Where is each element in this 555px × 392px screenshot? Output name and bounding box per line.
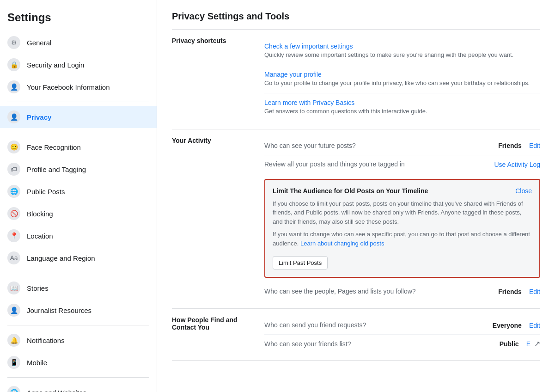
facebook-info-icon: 👤 (7, 80, 20, 93)
security-icon: 🔒 (7, 58, 20, 71)
friends-list-value: Public (500, 340, 519, 348)
highlight-body1: If you choose to limit your past posts, … (273, 199, 532, 227)
sidebar-item-apps[interactable]: 🌐Apps and Websites (0, 381, 157, 392)
sidebar-divider-9 (7, 273, 149, 273)
journalist-icon: 👤 (7, 304, 20, 317)
profile-tagging-icon: 🏷 (7, 163, 20, 176)
sidebar-item-general[interactable]: ⚙General (0, 31, 157, 54)
page-title: Privacy Settings and Tools (172, 11, 540, 22)
highlight-body2: If you want to change who can see a spec… (273, 230, 532, 248)
sidebar-item-notifications[interactable]: 🔔Notifications (0, 329, 157, 351)
sidebar-label-face-recognition: Face Recognition (27, 143, 81, 151)
sidebar-item-blocking[interactable]: 🚫Blocking (0, 202, 157, 225)
future-posts-edit[interactable]: Edit (529, 142, 540, 149)
sidebar-label-blocking: Blocking (27, 210, 53, 218)
limit-past-posts-button[interactable]: Limit Past Posts (273, 256, 328, 270)
sidebar-label-language: Language and Region (27, 254, 95, 262)
friend-requests-edit[interactable]: Edit (529, 322, 540, 329)
shortcut-title-2[interactable]: Learn more with Privacy Basics (264, 99, 540, 106)
shortcut-desc-0: Quickly review some important settings t… (264, 51, 540, 59)
sidebar-divider-11 (7, 325, 149, 325)
your-activity-content: Who can see your future posts? Friends E… (264, 137, 540, 301)
sidebar-item-face-recognition[interactable]: 😐Face Recognition (0, 136, 157, 158)
shortcut-item-2: Learn more with Privacy BasicsGet answer… (264, 93, 540, 121)
friend-requests-value: Everyone (493, 322, 522, 329)
sidebar-item-facebook-info[interactable]: 👤Your Facebook Information (0, 76, 157, 98)
apps-icon: 🌐 (7, 386, 20, 392)
mobile-icon: 📱 (7, 356, 20, 369)
shortcut-item-1: Manage your profileGo to your profile to… (264, 65, 540, 93)
sidebar-label-security: Security and Login (27, 61, 84, 69)
review-posts-text: Review all your posts and things you're … (264, 160, 494, 169)
your-activity-section: Your Activity Who can see your future po… (172, 129, 540, 309)
activity-log-link[interactable]: Use Activity Log (494, 161, 540, 168)
follow-edit[interactable]: Edit (529, 288, 540, 295)
limit-audience-box: Limit The Audience for Old Posts on Your… (264, 179, 540, 278)
future-posts-value: Friends (498, 142, 522, 149)
how-find-section: How People Find and Contact You Who can … (172, 309, 540, 361)
future-posts-row: Who can see your future posts? Friends E… (264, 137, 540, 156)
sidebar-item-language[interactable]: AaLanguage and Region (0, 247, 157, 269)
external-link-icon[interactable]: ↗ (534, 339, 540, 348)
sidebar-divider-2 (7, 102, 149, 102)
sidebar-title: Settings (0, 7, 157, 31)
sidebar: Settings ⚙General🔒Security and Login👤You… (0, 0, 157, 392)
sidebar-label-journalist: Journalist Resources (27, 306, 91, 314)
shortcut-item-0: Check a few important settingsQuickly re… (264, 37, 540, 65)
learn-link[interactable]: Learn about changing old posts (300, 240, 384, 247)
location-icon: 📍 (7, 229, 20, 242)
privacy-icon: 👤 (7, 110, 20, 123)
your-activity-label: Your Activity (172, 137, 264, 301)
highlight-body: If you choose to limit your past posts, … (273, 199, 532, 270)
shortcut-title-0[interactable]: Check a few important settings (264, 43, 540, 50)
face-recognition-icon: 😐 (7, 141, 20, 153)
sidebar-item-journalist[interactable]: 👤Journalist Resources (0, 299, 157, 321)
friends-list-row: Who can see your friends list? Public E … (264, 335, 540, 353)
public-posts-icon: 🌐 (7, 185, 20, 198)
follow-value: Friends (498, 288, 522, 295)
sidebar-label-stories: Stories (27, 284, 49, 292)
sidebar-divider-13 (7, 377, 149, 378)
sidebar-label-general: General (27, 39, 51, 47)
sidebar-item-stories[interactable]: 📖Stories (0, 277, 157, 299)
friends-list-edit[interactable]: E (526, 340, 531, 348)
shortcut-desc-1: Go to your profile to change your profil… (264, 79, 540, 87)
privacy-shortcuts-content: Check a few important settingsQuickly re… (264, 37, 540, 122)
friends-list-actions: E ↗ (526, 339, 540, 348)
sidebar-item-mobile[interactable]: 📱Mobile (0, 351, 157, 374)
language-icon: Aa (7, 251, 20, 264)
sidebar-divider-3 (7, 132, 149, 132)
shortcut-title-1[interactable]: Manage your profile (264, 71, 540, 78)
follow-row: Who can see the people, Pages and lists … (264, 282, 540, 301)
notifications-icon: 🔔 (7, 334, 20, 347)
sidebar-label-facebook-info: Your Facebook Information (27, 83, 110, 91)
sidebar-item-location[interactable]: 📍Location (0, 225, 157, 247)
review-posts-row: Review all your posts and things you're … (264, 155, 540, 174)
how-find-label: How People Find and Contact You (172, 316, 264, 353)
sidebar-nav: ⚙General🔒Security and Login👤Your Faceboo… (0, 31, 157, 392)
friend-requests-text: Who can send you friend requests? (264, 321, 485, 330)
sidebar-item-privacy[interactable]: 👤Privacy (0, 106, 157, 128)
sidebar-label-privacy: Privacy (27, 113, 51, 121)
friends-list-text: Who can see your friends list? (264, 340, 492, 348)
follow-text: Who can see the people, Pages and lists … (264, 287, 491, 296)
sidebar-item-public-posts[interactable]: 🌐Public Posts (0, 180, 157, 202)
privacy-shortcuts-section: Privacy shortcuts Check a few important … (172, 30, 540, 129)
highlight-header: Limit The Audience for Old Posts on Your… (273, 187, 532, 195)
highlight-title: Limit The Audience for Old Posts on Your… (273, 187, 508, 195)
highlight-close[interactable]: Close (515, 187, 532, 195)
future-posts-text: Who can see your future posts? (264, 141, 491, 151)
sidebar-label-apps: Apps and Websites (27, 389, 86, 392)
how-find-content: Who can send you friend requests? Everyo… (264, 316, 540, 353)
sidebar-item-security[interactable]: 🔒Security and Login (0, 54, 157, 76)
blocking-icon: 🚫 (7, 207, 20, 220)
sidebar-label-notifications: Notifications (27, 337, 65, 344)
shortcut-desc-2: Get answers to common questions with thi… (264, 107, 540, 116)
sidebar-label-public-posts: Public Posts (27, 188, 65, 196)
stories-icon: 📖 (7, 282, 20, 294)
sidebar-item-profile-tagging[interactable]: 🏷Profile and Tagging (0, 158, 157, 180)
friend-requests-row: Who can send you friend requests? Everyo… (264, 316, 540, 335)
sidebar-label-mobile: Mobile (27, 359, 47, 367)
privacy-shortcuts-label: Privacy shortcuts (172, 37, 264, 122)
main-content: Privacy Settings and Tools Privacy short… (157, 0, 555, 392)
